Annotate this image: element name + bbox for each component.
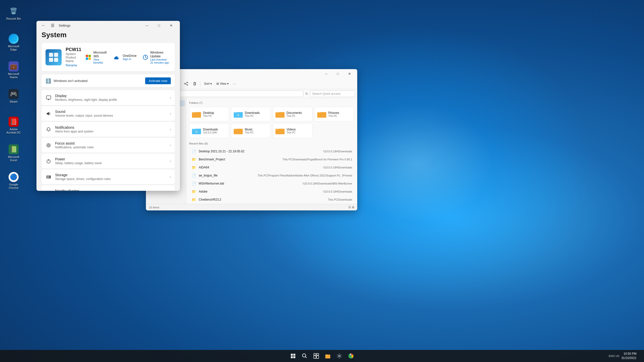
folder-videos[interactable]: Videos This PC — [273, 123, 312, 138]
folder-downloads-network-info: Downloads \\10.0.0.184\ — [203, 128, 218, 134]
focus-assist-chevron: › — [170, 144, 171, 147]
maximize-button[interactable]: □ — [153, 21, 165, 29]
folder-documents[interactable]: Documents This PC — [273, 107, 312, 121]
task-view-button[interactable] — [311, 350, 322, 361]
recent-item-0[interactable]: 📄 Desktop 2021.10.21 - 22.19.05.02 \\10.… — [189, 148, 354, 155]
folder-downloads-icon — [234, 110, 243, 119]
desktop-icon-edge[interactable]: 🌐 Microsoft Edge — [5, 33, 23, 52]
settings-item-display[interactable]: Display Monitors, brightness, night ligh… — [42, 90, 175, 105]
hamburger-button[interactable]: ☰ — [49, 21, 57, 29]
clock-time: 10:50 PM — [621, 352, 636, 356]
folder-music[interactable]: Music This PC — [231, 123, 271, 138]
recent-file-icon-3: 📄 — [191, 173, 196, 178]
windows-update-link[interactable]: Windows Update Last checked: 31 minutes … — [143, 51, 171, 64]
explorer-minimize-button[interactable]: ─ — [320, 70, 332, 78]
file-explorer-taskbar-button[interactable] — [322, 350, 333, 361]
folder-desktop-icon — [192, 110, 201, 119]
system-tray: ENG US — [609, 354, 619, 357]
svg-rect-44 — [314, 353, 316, 355]
explorer-close-button[interactable]: ✕ — [344, 70, 355, 78]
recent-file-icon-5: 📁 — [191, 189, 196, 194]
settings-item-sound[interactable]: Sound Volume levels, output, input, soun… — [42, 106, 175, 121]
explorer-maximize-button[interactable]: □ — [332, 70, 344, 78]
folder-downloads[interactable]: Downloads This PC — [231, 107, 271, 121]
search-placeholder: Search Quick access — [312, 92, 341, 96]
folder-documents-name: Documents — [287, 111, 302, 115]
close-button[interactable]: ✕ — [165, 21, 177, 29]
settings-item-storage[interactable]: Storage Storage space, drives, configura… — [42, 169, 175, 184]
folders-grid: Desktop This PC Downloads This PC — [189, 107, 354, 138]
settings-item-focus-assist[interactable]: Focus assist Notifications, automatic ru… — [42, 138, 175, 153]
notifications-desc: Alerts from apps and system — [55, 130, 166, 133]
recent-file-name-1: Benchmark_Project — [199, 158, 280, 161]
recent-file-name-6: CinebenchR23.2 — [199, 198, 325, 201]
sort-button[interactable]: Sort ▾ — [202, 81, 214, 86]
display-text: Display Monitors, brightness, night ligh… — [55, 94, 166, 102]
view-button[interactable]: ⊞ View ▾ — [214, 81, 230, 86]
onedrive-icon — [114, 54, 121, 61]
microsoft365-link[interactable]: Microsoft 365 View benefits — [85, 51, 108, 64]
folder-music-icon — [234, 126, 243, 135]
settings-item-nearby-sharing[interactable]: Nearby sharing Discoverability, received… — [42, 185, 175, 191]
recent-file-icon-1: 📁 — [191, 157, 196, 162]
desktop-icon-chrome[interactable]: 🔵 Google Chrome — [5, 171, 23, 191]
recent-item-1[interactable]: 📁 Benchmark_Project This PC\Downloads\Pu… — [189, 156, 354, 163]
svg-rect-6 — [86, 58, 88, 60]
share-button[interactable] — [182, 81, 190, 87]
recent-item-3[interactable]: 📄 ae_bogus_file This PC\Program Files\Ad… — [189, 172, 354, 179]
svg-rect-40 — [293, 354, 295, 356]
folder-desktop-info: Desktop This PC — [203, 111, 214, 117]
power-desc: Sleep, battery usage, battery saver — [55, 161, 166, 165]
svg-rect-9 — [46, 96, 51, 99]
recent-file-path-3: This PC\Program Files\Adobe\Adobe After … — [258, 174, 352, 177]
power-title: Power — [55, 157, 166, 161]
delete-button[interactable] — [191, 81, 199, 87]
recent-item-6[interactable]: 📁 CinebenchR23.2 This PC\Downloads — [189, 196, 354, 203]
recent-file-path-1: This PC\Downloads\PugetBench for Premier… — [283, 158, 352, 161]
folder-pictures[interactable]: Pictures This PC — [314, 107, 354, 121]
recent-file-path-0: \\10.0.0.184\Downloads — [323, 150, 352, 153]
start-button[interactable] — [288, 350, 299, 361]
back-button[interactable]: ← — [39, 21, 48, 29]
list-view-button[interactable]: ☰ — [348, 206, 351, 209]
grid-view-button[interactable]: ⊞ — [352, 206, 354, 209]
recent-item-2[interactable]: 📁 AIDA64 \\10.0.0.184\Downloads — [189, 164, 354, 171]
sound-desc: Volume levels, output, input, sound devi… — [55, 114, 166, 117]
folder-desktop[interactable]: Desktop This PC — [189, 107, 229, 121]
folder-downloads-network[interactable]: Downloads \\10.0.0.184\ — [189, 123, 229, 138]
sound-text: Sound Volume levels, output, input, soun… — [55, 110, 166, 117]
refresh-button[interactable]: ↻ — [305, 92, 308, 96]
recent-file-path-2: \\10.0.0.184\Downloads — [323, 166, 352, 169]
more-options-button[interactable]: ··· — [231, 81, 238, 86]
search-taskbar-button[interactable] — [299, 350, 310, 361]
activate-button[interactable]: Activate now — [145, 77, 171, 84]
language-indicator[interactable]: ENG US — [609, 354, 619, 357]
recent-section-title: Recent files (8) — [189, 142, 354, 145]
chrome-taskbar-button[interactable] — [345, 350, 356, 361]
desktop-icon-excel[interactable]: 📗 Microsoft Excel — [5, 143, 23, 163]
settings-window: ← ☰ Settings ─ □ ✕ System PCW11 — [36, 21, 180, 191]
desktop-icon-steam[interactable]: 🎮 Steam — [5, 88, 23, 104]
rename-link[interactable]: Rename — [66, 64, 77, 67]
desktop-icon-teams[interactable]: 💼 Microsoft Teams — [5, 60, 23, 80]
desktop-icon-adobe[interactable]: 📕 Adobe Acrobat DC — [5, 116, 23, 135]
recent-file-icon-0: 📄 — [191, 149, 196, 154]
svg-rect-2 — [49, 58, 53, 62]
onedrive-link[interactable]: OneDrive Sign in — [114, 51, 137, 64]
settings-item-notifications[interactable]: Notifications Alerts from apps and syste… — [42, 122, 175, 137]
folder-music-name: Music — [245, 128, 254, 131]
minimize-button[interactable]: ─ — [141, 21, 153, 29]
search-input[interactable]: Search Quick access — [310, 90, 355, 97]
svg-rect-35 — [317, 112, 326, 118]
svg-rect-38 — [275, 129, 285, 134]
microsoft365-name: Microsoft 365 — [93, 51, 108, 58]
settings-item-power[interactable]: Power Sleep, battery usage, battery save… — [42, 154, 175, 168]
settings-taskbar-button[interactable] — [334, 350, 345, 361]
taskbar-clock[interactable]: 10:50 PM 31/10/2021 — [621, 352, 636, 360]
recent-item-4[interactable]: 📄 MSIAfterburner.dat \\10.0.0.184\Downlo… — [189, 180, 354, 187]
recent-item-5[interactable]: 📁 Adobe \\10.0.0.184\Downloads — [189, 188, 354, 195]
svg-point-17 — [50, 177, 50, 178]
pc-description: System Product Name — [66, 52, 81, 63]
desktop-icon-recycle-bin[interactable]: 🗑️ Recycle Bin — [5, 5, 23, 21]
windows-update-name: Windows Update — [150, 51, 171, 58]
